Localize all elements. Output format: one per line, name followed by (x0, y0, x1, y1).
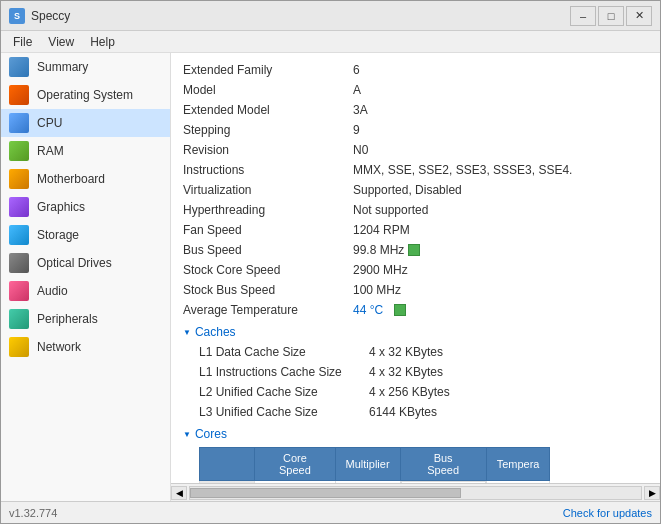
summary-icon (9, 57, 29, 77)
sidebar-label-audio: Audio (37, 284, 68, 298)
content-area: Extended Family 6 Model A Extended Model… (171, 53, 660, 501)
field-value: Not supported (353, 201, 428, 219)
field-l2-unified: L2 Unified Cache Size 4 x 256 KBytes (199, 383, 648, 401)
sidebar-item-graphics[interactable]: Graphics (1, 193, 170, 221)
field-value: 2900 MHz (353, 261, 408, 279)
cpu-icon (9, 113, 29, 133)
menu-help[interactable]: Help (82, 31, 123, 52)
field-value: MMX, SSE, SSE2, SSE3, SSSE3, SSE4. (353, 161, 572, 179)
field-label: Stock Core Speed (183, 261, 353, 279)
peripherals-icon (9, 309, 29, 329)
field-value: 6144 KBytes (369, 403, 437, 421)
field-model: Model A (183, 81, 648, 99)
cores-table: CoreSpeed Multiplier BusSpeed Tempera Co… (199, 447, 550, 483)
field-value: 1204 RPM (353, 221, 410, 239)
field-label: Virtualization (183, 181, 353, 199)
field-l1-data: L1 Data Cache Size 4 x 32 KBytes (199, 343, 648, 361)
green-indicator2 (394, 304, 406, 316)
window-controls: – □ ✕ (570, 6, 652, 26)
field-stepping: Stepping 9 (183, 121, 648, 139)
sidebar-label-optical: Optical Drives (37, 256, 112, 270)
title-bar: S Speccy – □ ✕ (1, 1, 660, 31)
caches-content: L1 Data Cache Size 4 x 32 KBytes L1 Inst… (199, 343, 648, 421)
os-icon (9, 85, 29, 105)
field-hyperthreading: Hyperthreading Not supported (183, 201, 648, 219)
field-value: A (353, 81, 361, 99)
network-icon (9, 337, 29, 357)
ram-icon (9, 141, 29, 161)
field-l1-instr: L1 Instructions Cache Size 4 x 32 KBytes (199, 363, 648, 381)
field-instructions: Instructions MMX, SSE, SSE2, SSE3, SSSE3… (183, 161, 648, 179)
field-label: Model (183, 81, 353, 99)
menu-view[interactable]: View (40, 31, 82, 52)
green-indicator (408, 244, 420, 256)
sidebar: Summary Operating System CPU RAM Motherb… (1, 53, 171, 501)
sidebar-item-network[interactable]: Network (1, 333, 170, 361)
main-content: Summary Operating System CPU RAM Motherb… (1, 53, 660, 501)
storage-icon (9, 225, 29, 245)
check-updates-link[interactable]: Check for updates (563, 507, 652, 519)
field-extended-family: Extended Family 6 (183, 61, 648, 79)
sidebar-label-ram: RAM (37, 144, 64, 158)
menu-bar: File View Help (1, 31, 660, 53)
main-window: S Speccy – □ ✕ File View Help Summary Op… (0, 0, 661, 524)
sidebar-item-ram[interactable]: RAM (1, 137, 170, 165)
field-value: 9 (353, 121, 360, 139)
field-value: 4 x 256 KBytes (369, 383, 450, 401)
field-value: 4 x 32 KBytes (369, 343, 443, 361)
app-icon: S (9, 8, 25, 24)
field-stock-core-speed: Stock Core Speed 2900 MHz (183, 261, 648, 279)
field-label: Instructions (183, 161, 353, 179)
field-label: Extended Family (183, 61, 353, 79)
field-label: Average Temperature (183, 301, 353, 319)
window-title: Speccy (31, 9, 570, 23)
scroll-right-button[interactable]: ▶ (644, 486, 660, 500)
field-label: Hyperthreading (183, 201, 353, 219)
audio-icon (9, 281, 29, 301)
col-multiplier: Multiplier (335, 448, 400, 481)
col-bus-speed: BusSpeed (400, 448, 486, 481)
field-stock-bus-speed: Stock Bus Speed 100 MHz (183, 281, 648, 299)
sidebar-item-storage[interactable]: Storage (1, 221, 170, 249)
sidebar-item-peripherals[interactable]: Peripherals (1, 305, 170, 333)
field-label: L1 Instructions Cache Size (199, 363, 369, 381)
field-value: 99.8 MHz (353, 241, 420, 259)
scrollbar-track[interactable] (189, 486, 642, 500)
field-label: L3 Unified Cache Size (199, 403, 369, 421)
sidebar-item-summary[interactable]: Summary (1, 53, 170, 81)
field-label: L2 Unified Cache Size (199, 383, 369, 401)
sidebar-item-cpu[interactable]: CPU (1, 109, 170, 137)
field-value: N0 (353, 141, 368, 159)
sidebar-item-os[interactable]: Operating System (1, 81, 170, 109)
maximize-button[interactable]: □ (598, 6, 624, 26)
scroll-left-button[interactable]: ◀ (171, 486, 187, 500)
cores-section-header[interactable]: Cores (183, 427, 648, 441)
field-value: Supported, Disabled (353, 181, 462, 199)
sidebar-label-peripherals: Peripherals (37, 312, 98, 326)
sidebar-label-summary: Summary (37, 60, 88, 74)
field-label: L1 Data Cache Size (199, 343, 369, 361)
field-value: 3A (353, 101, 368, 119)
content-scroll[interactable]: Extended Family 6 Model A Extended Model… (171, 53, 660, 483)
motherboard-icon (9, 169, 29, 189)
field-label: Stock Bus Speed (183, 281, 353, 299)
sidebar-item-optical[interactable]: Optical Drives (1, 249, 170, 277)
col-core-speed: CoreSpeed (255, 448, 335, 481)
col-temperature: Tempera (486, 448, 550, 481)
sidebar-label-network: Network (37, 340, 81, 354)
menu-file[interactable]: File (5, 31, 40, 52)
close-button[interactable]: ✕ (626, 6, 652, 26)
sidebar-label-graphics: Graphics (37, 200, 85, 214)
scrollbar-thumb[interactable] (190, 488, 461, 498)
cores-content: CoreSpeed Multiplier BusSpeed Tempera Co… (199, 447, 648, 483)
sidebar-item-audio[interactable]: Audio (1, 277, 170, 305)
field-virtualization: Virtualization Supported, Disabled (183, 181, 648, 199)
horizontal-scrollbar[interactable]: ◀ ▶ (171, 483, 660, 501)
caches-section-header[interactable]: Caches (183, 325, 648, 339)
field-avg-temp: Average Temperature 44 °C (183, 301, 648, 319)
field-fan-speed: Fan Speed 1204 RPM (183, 221, 648, 239)
field-extended-model: Extended Model 3A (183, 101, 648, 119)
minimize-button[interactable]: – (570, 6, 596, 26)
optical-icon (9, 253, 29, 273)
sidebar-item-motherboard[interactable]: Motherboard (1, 165, 170, 193)
